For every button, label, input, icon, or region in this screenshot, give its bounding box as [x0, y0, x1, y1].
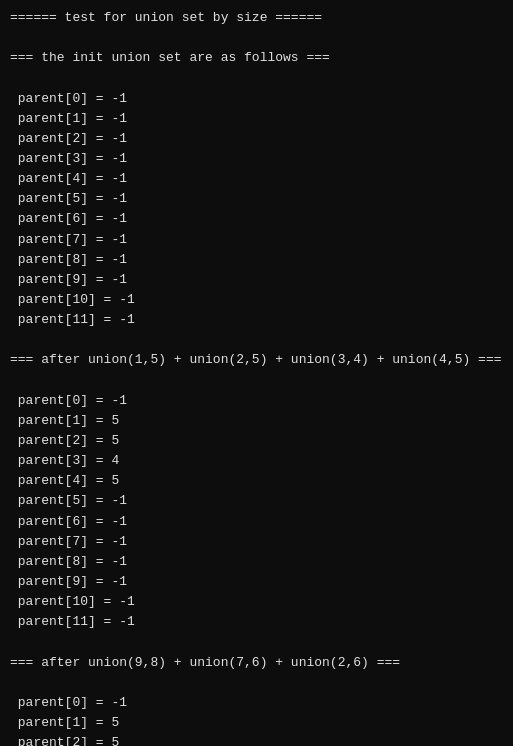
entry-1-9: parent[9] = -1	[10, 572, 503, 592]
entry-0-4: parent[4] = -1	[10, 169, 503, 189]
entry-0-3: parent[3] = -1	[10, 149, 503, 169]
entry-1-7: parent[7] = -1	[10, 532, 503, 552]
entry-0-8: parent[8] = -1	[10, 250, 503, 270]
entry-0-9: parent[9] = -1	[10, 270, 503, 290]
entry-0-10: parent[10] = -1	[10, 290, 503, 310]
entry-0-0: parent[0] = -1	[10, 89, 503, 109]
entry-1-5: parent[5] = -1	[10, 491, 503, 511]
entry-2-0: parent[0] = -1	[10, 693, 503, 713]
entry-0-7: parent[7] = -1	[10, 230, 503, 250]
entry-2-1: parent[1] = 5	[10, 713, 503, 733]
section-header-1: === after union(1,5) + union(2,5) + unio…	[10, 350, 503, 370]
entry-1-0: parent[0] = -1	[10, 391, 503, 411]
section-header-0: === the init union set are as follows ==…	[10, 48, 503, 68]
entry-1-2: parent[2] = 5	[10, 431, 503, 451]
entry-1-11: parent[11] = -1	[10, 612, 503, 632]
entry-1-6: parent[6] = -1	[10, 512, 503, 532]
sections-container: === the init union set are as follows ==…	[10, 48, 503, 746]
entry-1-3: parent[3] = 4	[10, 451, 503, 471]
entry-0-6: parent[6] = -1	[10, 209, 503, 229]
entry-1-1: parent[1] = 5	[10, 411, 503, 431]
title-line: ====== test for union set by size ======	[10, 8, 503, 28]
entry-2-2: parent[2] = 5	[10, 733, 503, 746]
entry-0-5: parent[5] = -1	[10, 189, 503, 209]
entry-1-10: parent[10] = -1	[10, 592, 503, 612]
entry-1-8: parent[8] = -1	[10, 552, 503, 572]
entry-0-2: parent[2] = -1	[10, 129, 503, 149]
entry-0-11: parent[11] = -1	[10, 310, 503, 330]
section-header-2: === after union(9,8) + union(7,6) + unio…	[10, 653, 503, 673]
entry-1-4: parent[4] = 5	[10, 471, 503, 491]
entry-0-1: parent[1] = -1	[10, 109, 503, 129]
